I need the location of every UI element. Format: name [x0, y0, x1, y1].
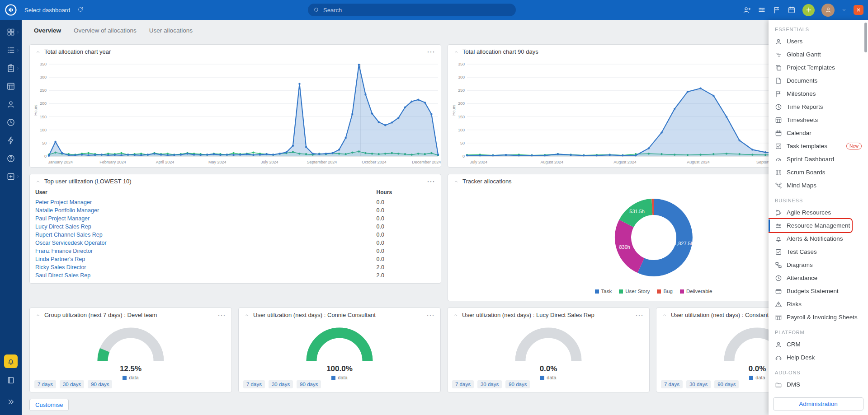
sidebar-item-tasks[interactable]	[3, 42, 19, 58]
calendar-icon[interactable]	[788, 6, 796, 14]
tab-user-allocations[interactable]: User allocations	[149, 27, 193, 34]
range-link-7-days[interactable]: 7 days	[452, 380, 474, 388]
range-link-90-days[interactable]: 90 days	[297, 380, 321, 388]
menu-item-sprint-dashboard[interactable]: Sprint Dashboard	[769, 153, 868, 166]
card-menu-icon[interactable]: ⋯	[427, 50, 435, 54]
card-menu-icon[interactable]: ⋯	[427, 179, 435, 184]
chevron-right-icon	[16, 175, 20, 179]
close-icon[interactable]	[854, 5, 863, 15]
doc-icon	[775, 77, 782, 84]
user-link[interactable]: Oscar Servicedesk Operator	[35, 240, 107, 246]
range-link-90-days[interactable]: 90 days	[714, 380, 739, 388]
menu-item-users[interactable]: Users	[769, 35, 868, 48]
menu-item-crm[interactable]: CRM	[769, 338, 868, 351]
range-link-7-days[interactable]: 7 days	[34, 380, 56, 388]
menu-item-mind-maps[interactable]: Mind Maps	[769, 179, 868, 192]
collapse-chevron-icon[interactable]	[453, 312, 458, 318]
range-link-30-days[interactable]: 30 days	[60, 380, 84, 388]
range-link-90-days[interactable]: 90 days	[505, 380, 530, 388]
range-link-7-days[interactable]: 7 days	[243, 380, 265, 388]
table-row: Linda Partner's Rep 0.0	[30, 255, 441, 263]
menu-item-time-reports[interactable]: Time Reports	[769, 100, 868, 113]
menu-item-documents[interactable]: Documents	[769, 74, 868, 87]
user-link[interactable]: Natalie Portfolio Manager	[35, 207, 99, 214]
sidebar-item-help[interactable]	[3, 151, 19, 166]
menu-item-global-gantt[interactable]: Global Gantt	[769, 48, 868, 61]
notifications-button[interactable]	[4, 354, 18, 368]
user-link[interactable]: Ricky Sales Director	[35, 264, 86, 270]
menu-item-scrum-boards[interactable]: Scrum Boards	[769, 166, 868, 179]
menu-scrollbar[interactable]	[864, 23, 867, 52]
menu-item-payroll-invoicing-sheets[interactable]: Payroll & Invoicing Sheets	[769, 311, 868, 324]
menu-item-risks[interactable]: Risks	[769, 298, 868, 311]
sidebar-item-actions[interactable]	[3, 133, 19, 148]
sidebar-item-time[interactable]	[3, 115, 19, 130]
knowledge-icon[interactable]	[3, 373, 19, 388]
collapse-chevron-icon[interactable]	[244, 312, 250, 318]
svg-text:0: 0	[462, 154, 465, 159]
legend-item-user-story[interactable]: User Story	[619, 289, 650, 294]
add-button[interactable]	[802, 4, 815, 16]
menu-item-budgets-statement[interactable]: Budgets Statement	[769, 284, 868, 298]
flag-icon[interactable]	[773, 6, 781, 14]
legend-item-deliverable[interactable]: Deliverable	[680, 289, 712, 294]
collapse-chevron-icon[interactable]	[453, 49, 459, 55]
menu-item-project-templates[interactable]: Project Templates	[769, 61, 868, 74]
range-link-7-days[interactable]: 7 days	[661, 380, 683, 388]
collapse-chevron-icon[interactable]	[35, 179, 41, 184]
menu-item-milestones[interactable]: Milestones	[769, 87, 868, 100]
user-link[interactable]: Paul Project Manager	[35, 215, 90, 222]
user-link[interactable]: Linda Partner's Rep	[35, 256, 85, 262]
menu-item-help-desk[interactable]: Help Desk	[769, 351, 868, 364]
collapse-chevron-icon[interactable]	[35, 49, 41, 55]
card-menu-icon[interactable]: ⋯	[426, 313, 435, 317]
sidebar-item-reports[interactable]	[3, 61, 19, 76]
table-row: Franz Finance Director 0.0	[30, 247, 441, 255]
menu-item-calendar[interactable]: Calendar	[769, 126, 868, 140]
range-link-30-days[interactable]: 30 days	[269, 380, 293, 388]
menu-item-alerts-notifications[interactable]: Alerts & Notifications	[769, 232, 868, 245]
user-link[interactable]: Lucy Direct Sales Rep	[35, 224, 91, 230]
menu-item-dms[interactable]: DMS	[769, 378, 868, 391]
administration-button[interactable]: Administration	[773, 397, 863, 410]
flag-icon	[775, 90, 782, 98]
legend-item-bug[interactable]: Bug	[657, 289, 672, 294]
avatar[interactable]	[821, 4, 835, 17]
select-dashboard-button[interactable]: Select dashboard	[24, 7, 70, 14]
range-link-30-days[interactable]: 30 days	[686, 380, 711, 388]
menu-item-timesheets[interactable]: Timesheets	[769, 113, 868, 126]
range-link-90-days[interactable]: 90 days	[88, 380, 112, 388]
menu-item-attendance[interactable]: Attendance	[769, 271, 868, 284]
sidebar-item-add[interactable]	[3, 169, 19, 184]
menu-item-task-templates[interactable]: Task templates New	[769, 140, 868, 153]
card-menu-icon[interactable]: ⋯	[217, 313, 226, 317]
menu-item-agile-resources[interactable]: Agile Resources	[769, 206, 868, 219]
profile-chevron-icon[interactable]	[841, 7, 847, 13]
range-link-30-days[interactable]: 30 days	[477, 380, 502, 388]
filter-icon[interactable]	[758, 6, 766, 14]
app-logo-icon[interactable]	[5, 4, 17, 16]
search-input[interactable]	[323, 7, 510, 14]
invite-user-icon[interactable]	[743, 6, 751, 14]
tab-overview[interactable]: Overview	[34, 27, 61, 34]
card-menu-icon[interactable]: ⋯	[635, 313, 644, 317]
sidebar-item-projects[interactable]	[3, 24, 19, 40]
legend-item-task[interactable]: Task	[595, 289, 612, 294]
sidebar-item-users[interactable]	[3, 97, 19, 112]
sidebar-item-planner[interactable]	[3, 79, 19, 94]
user-link[interactable]: Saul Direct Sales Rep	[35, 272, 90, 279]
menu-item-diagrams[interactable]: Diagrams	[769, 258, 868, 271]
refresh-icon[interactable]	[77, 6, 84, 14]
customise-button[interactable]: Customise	[29, 399, 69, 411]
search-bar[interactable]	[308, 4, 516, 16]
menu-item-resource-management[interactable]: Resource Management	[769, 219, 868, 232]
user-link[interactable]: Rupert Channel Sales Rep	[35, 232, 103, 238]
expand-sidebar-icon[interactable]	[3, 394, 19, 410]
user-link[interactable]: Peter Project Manager	[35, 199, 92, 205]
user-link[interactable]: Franz Finance Director	[35, 248, 93, 254]
collapse-chevron-icon[interactable]	[662, 312, 667, 318]
menu-item-test-cases[interactable]: Test Cases	[769, 245, 868, 258]
collapse-chevron-icon[interactable]	[453, 179, 459, 184]
tab-overview-of-allocations[interactable]: Overview of allocations	[74, 27, 137, 34]
collapse-chevron-icon[interactable]	[35, 312, 41, 318]
